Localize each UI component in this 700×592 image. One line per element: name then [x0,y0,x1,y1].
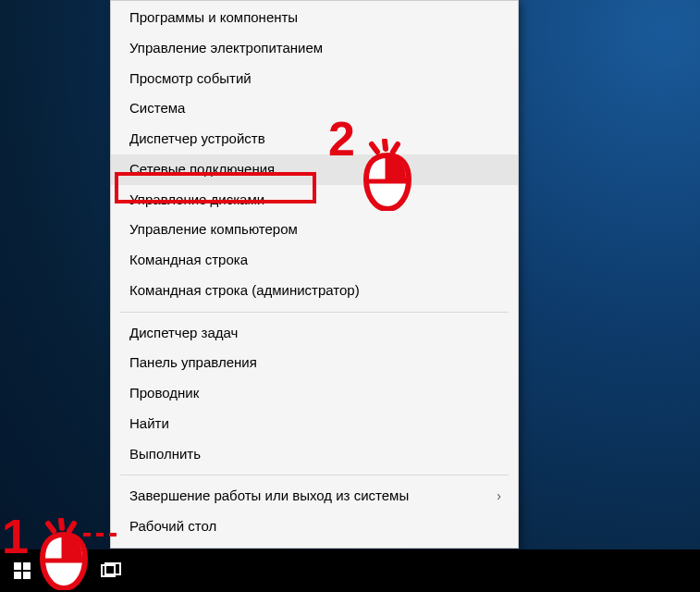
menu-item[interactable]: Управление дисками [111,185,518,216]
menu-item[interactable]: Программы и компоненты [111,3,518,33]
menu-item-label: Командная строка (администратор) [129,282,360,298]
menu-item[interactable]: Просмотр событий [111,64,518,94]
menu-item-label: Просмотр событий [129,70,252,86]
task-view-button[interactable] [89,549,133,592]
menu-item[interactable]: Рабочий стол [111,512,518,542]
menu-item-label: Панель управления [129,354,257,370]
menu-item-label: Управление электропитанием [129,40,323,56]
menu-item[interactable]: Диспетчер задач [111,318,518,349]
winx-context-menu: Программы и компонентыУправление электро… [110,0,519,549]
start-button[interactable] [0,549,44,592]
menu-item[interactable]: Система [111,93,518,124]
svg-rect-0 [14,562,21,570]
menu-item[interactable]: Управление компьютером [111,215,518,245]
svg-rect-3 [23,572,31,579]
menu-item[interactable]: Выполнить [111,439,518,470]
menu-item[interactable]: Завершение работы или выход из системы› [111,481,518,512]
chevron-right-icon: › [497,488,501,505]
menu-item-label: Командная строка [129,252,248,267]
menu-item[interactable]: Командная строка [111,245,518,276]
menu-item[interactable]: Диспетчер устройств [111,124,518,154]
menu-item-label: Диспетчер задач [129,325,238,340]
menu-item[interactable]: Командная строка (администратор) [111,276,518,306]
svg-point-4 [60,564,71,575]
menu-item-label: Управление дисками [129,191,264,207]
taskbar [0,549,700,592]
menu-item-label: Рабочий стол [129,518,216,534]
svg-line-5 [69,574,74,578]
menu-item-label: Система [129,100,185,116]
menu-item-label: Проводник [129,385,199,401]
menu-item-label: Найти [129,415,169,431]
menu-separator [120,475,509,475]
menu-item-label: Диспетчер устройств [129,130,265,146]
menu-item-label: Управление компьютером [129,221,298,237]
menu-item-label: Выполнить [129,446,201,462]
menu-item[interactable]: Проводник [111,378,518,409]
search-button[interactable] [44,549,89,592]
menu-separator [120,312,509,313]
svg-rect-2 [14,572,21,579]
menu-item-label: Программы и компоненты [129,9,298,25]
menu-item[interactable]: Найти [111,409,518,439]
svg-rect-1 [23,562,31,570]
menu-item-label: Завершение работы или выход из системы [129,487,409,503]
menu-item[interactable]: Панель управления [111,348,518,378]
menu-item[interactable]: Управление электропитанием [111,33,518,64]
menu-item[interactable]: Сетевые подключения [111,154,518,185]
menu-item-label: Сетевые подключения [129,161,275,177]
